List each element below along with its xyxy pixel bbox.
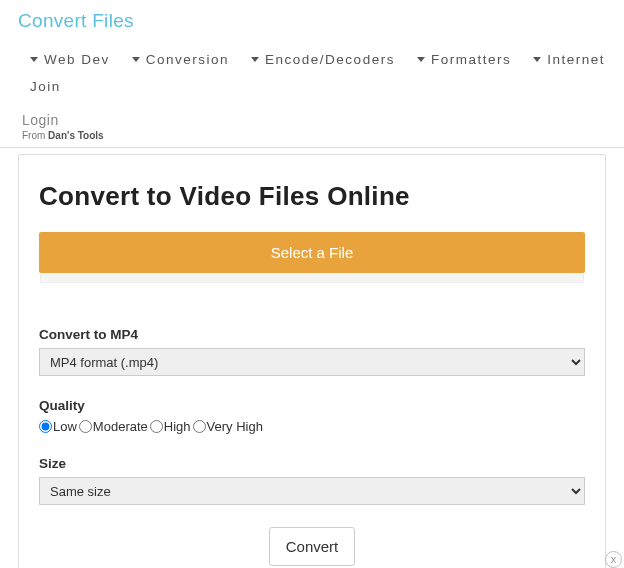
quality-option-very-high[interactable]: Very High	[193, 419, 263, 434]
quality-label: Quality	[39, 398, 585, 413]
from-bold: Dan's Tools	[48, 130, 104, 141]
quality-option-label: Very High	[207, 419, 263, 434]
ad-close-icon[interactable]: x	[605, 551, 622, 568]
quality-radio[interactable]	[39, 420, 52, 433]
size-label: Size	[39, 456, 585, 471]
nav-item-label: Web Dev	[44, 52, 110, 67]
chevron-down-icon	[30, 57, 38, 62]
format-select[interactable]: MP4 format (.mp4)	[39, 348, 585, 376]
format-label: Convert to MP4	[39, 327, 585, 342]
main-nav: Web DevConversionEncode/DecodersFormatte…	[0, 40, 624, 100]
converter-panel: Convert to Video Files Online Select a F…	[18, 154, 606, 568]
chevron-down-icon	[533, 57, 541, 62]
quality-option-low[interactable]: Low	[39, 419, 77, 434]
quality-option-moderate[interactable]: Moderate	[79, 419, 148, 434]
size-select[interactable]: Same size	[39, 477, 585, 505]
quality-option-label: High	[164, 419, 191, 434]
convert-button[interactable]: Convert	[269, 527, 356, 566]
nav-item-conversion[interactable]: Conversion	[124, 46, 243, 73]
page-title: Convert to Video Files Online	[39, 181, 585, 212]
from-prefix: From	[22, 130, 48, 141]
nav-item-label: Internet	[547, 52, 605, 67]
login-link[interactable]: Login	[0, 100, 624, 128]
select-file-button[interactable]: Select a File	[39, 232, 585, 273]
brand-title[interactable]: Convert Files	[0, 0, 624, 40]
chevron-down-icon	[251, 57, 259, 62]
nav-item-join[interactable]: Join	[22, 73, 75, 100]
chevron-down-icon	[417, 57, 425, 62]
quality-option-label: Low	[53, 419, 77, 434]
nav-item-internet[interactable]: Internet	[525, 46, 619, 73]
quality-radio-group: LowModerateHighVery High	[39, 419, 585, 434]
nav-item-label: Encode/Decoders	[265, 52, 395, 67]
quality-option-label: Moderate	[93, 419, 148, 434]
quality-radio[interactable]	[193, 420, 206, 433]
nav-item-label: Conversion	[146, 52, 229, 67]
nav-item-web-dev[interactable]: Web Dev	[22, 46, 124, 73]
quality-option-high[interactable]: High	[150, 419, 191, 434]
nav-item-label: Join	[30, 79, 61, 94]
quality-radio[interactable]	[79, 420, 92, 433]
nav-item-formatters[interactable]: Formatters	[409, 46, 525, 73]
nav-item-label: Formatters	[431, 52, 511, 67]
chevron-down-icon	[132, 57, 140, 62]
nav-item-encode-decoders[interactable]: Encode/Decoders	[243, 46, 409, 73]
quality-radio[interactable]	[150, 420, 163, 433]
file-drop-underbar	[40, 273, 584, 283]
from-tools-label: From Dan's Tools	[0, 128, 624, 147]
